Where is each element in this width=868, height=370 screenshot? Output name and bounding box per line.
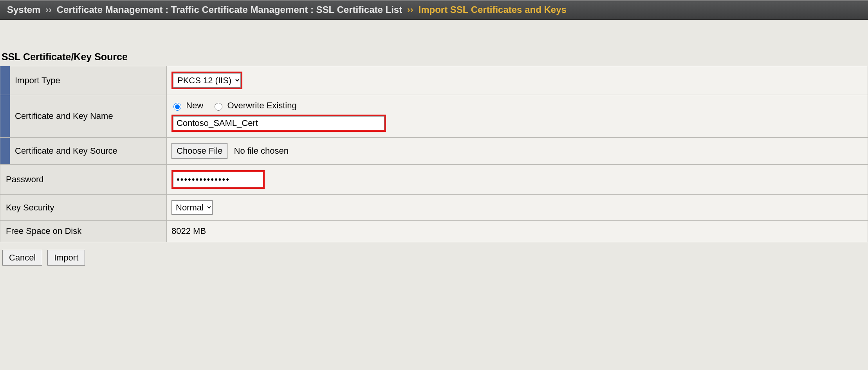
import-type-select[interactable]: PKCS 12 (IIS) [173,73,241,88]
import-type-cell: PKCS 12 (IIS) [167,66,868,95]
cancel-button[interactable]: Cancel [2,250,42,266]
key-security-cell: Normal [167,195,868,221]
cert-name-input-highlight [171,115,386,132]
choose-file-button[interactable]: Choose File [171,143,227,159]
import-type-label: Import Type [10,66,167,95]
password-label: Password [0,165,167,195]
cert-key-name-cell: New Overwrite Existing [167,95,868,138]
cert-name-input[interactable] [173,116,384,130]
radio-overwrite[interactable] [215,103,222,111]
action-buttons: Cancel Import [2,250,868,266]
radio-new-text: New [186,101,203,110]
cert-key-name-label: Certificate and Key Name [10,95,167,138]
breadcrumb-path[interactable]: Certificate Management : Traffic Certifi… [57,4,402,15]
section-title: SSL Certificate/Key Source [2,51,868,63]
password-highlight [171,170,265,189]
ssl-cert-key-source-form: Import Type PKCS 12 (IIS) Certificate an… [0,66,868,242]
radio-new-label[interactable]: New [171,101,206,110]
free-space-value: 8022 MB [167,221,868,242]
breadcrumb-root[interactable]: System [7,4,40,15]
breadcrumb-current: Import SSL Certificates and Keys [419,4,567,15]
import-type-highlight: PKCS 12 (IIS) [171,72,242,89]
import-button[interactable]: Import [47,250,85,266]
row-accent [0,95,10,138]
radio-overwrite-text: Overwrite Existing [227,101,296,110]
row-accent [0,138,10,165]
breadcrumb-bar: System ›› Certificate Management : Traff… [0,0,868,20]
file-chosen-status: No file chosen [234,146,289,156]
radio-new[interactable] [173,103,181,111]
password-cell [167,165,868,195]
key-security-label: Key Security [0,195,167,221]
breadcrumb-sep: ›› [43,4,54,15]
password-input[interactable] [173,172,263,187]
row-accent [0,66,10,95]
free-space-label: Free Space on Disk [0,221,167,242]
cert-name-radio-group: New Overwrite Existing [171,101,863,111]
cert-key-source-cell: Choose File No file chosen [167,138,868,165]
key-security-select[interactable]: Normal [171,200,213,215]
breadcrumb-sep: ›› [405,4,416,15]
cert-key-source-label: Certificate and Key Source [10,138,167,165]
radio-overwrite-label[interactable]: Overwrite Existing [213,101,296,110]
